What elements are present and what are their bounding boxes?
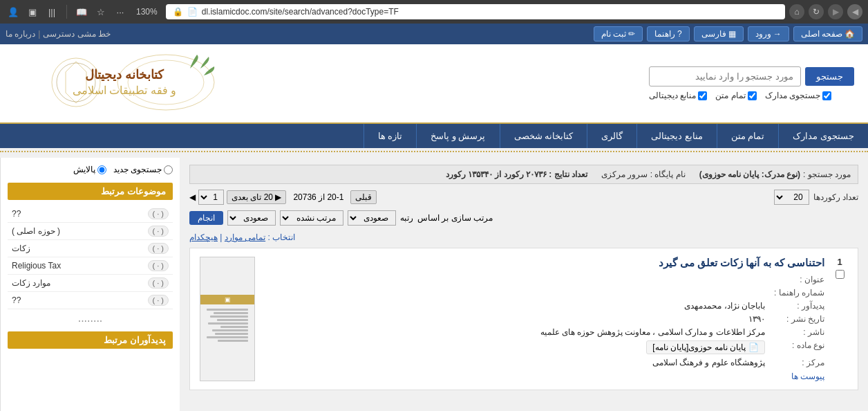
digital-resources-label: منابع دیجیتالی — [649, 91, 696, 100]
next-page-button[interactable]: ▶ 20 تای بعدی — [227, 190, 286, 204]
page-jump-select[interactable]: 1 — [198, 190, 224, 205]
search-area: جستجو جستجوی مدارک تمام متن منابع دیجیتا… — [649, 66, 854, 100]
doc-type-badge: 📄 پایان نامه حوزوی[پایان نامه] — [646, 340, 765, 354]
search-docs-checkbox[interactable] — [822, 91, 831, 100]
search-button[interactable]: جستجو — [805, 67, 854, 86]
filter-value-5: ?? — [12, 295, 21, 305]
search-docs-label: جستجوی مدارک — [765, 91, 820, 100]
pagination-nav: قبلی 20-1 از 20736 ▶ 20 تای بعدی 1 ◀ — [189, 190, 377, 205]
result-thumbnail: ▣ — [200, 257, 255, 381]
select-none-link[interactable]: هیچکدام — [189, 232, 218, 242]
search-input[interactable] — [649, 66, 801, 86]
filter-item-0[interactable]: ( · ) ?? — [8, 206, 173, 223]
filter-item-3[interactable]: ( · ) Religious Tax — [8, 257, 173, 275]
url-text: dl.islamicdoc.com/site/search/advanced?d… — [202, 7, 778, 17]
login-button[interactable]: → ورود — [748, 26, 789, 42]
sort-field-select[interactable]: صعودی — [348, 210, 396, 226]
refresh-button[interactable]: ↻ — [809, 4, 824, 19]
sort-apply-button[interactable]: انجام — [189, 211, 223, 225]
profile-icon[interactable]: 👤 — [6, 4, 21, 19]
search-options: جستجوی مدارک تمام متن منابع دیجیتالی — [649, 91, 831, 100]
nav-gallery[interactable]: گالری — [587, 124, 636, 148]
reader-view-icon[interactable]: 📖 — [74, 4, 89, 19]
date-field-value: ۱۳۹۰ — [262, 314, 765, 324]
result-checkbox[interactable] — [836, 270, 845, 279]
home-icon: 🏠 — [845, 29, 855, 39]
logo-svg: کتابخانه دیجیتال و فقه تطبیقات اسلامی — [14, 51, 221, 113]
accessibility-label: خط مشی دسترسی — [43, 29, 111, 39]
sort-row: مرتب سازی بر اساس رتبه صعودی مرتب نشده ص… — [189, 210, 858, 226]
nav-full-text[interactable]: تمام متن — [717, 124, 779, 148]
new-search-option[interactable]: جستجوی جدید — [113, 165, 173, 174]
nav-bar-left: خط مشی دسترسی | درباره ما — [6, 29, 111, 39]
filter-item-5[interactable]: ( · ) ?? — [8, 292, 173, 309]
home-nav-button[interactable]: 🏠 صفحه اصلی — [793, 26, 862, 42]
guide-button[interactable]: ? راهنما — [647, 26, 690, 42]
star-bookmark-icon[interactable]: ☆ — [93, 4, 108, 19]
nav-search-docs[interactable]: جستجوی مدارک — [778, 124, 868, 148]
related-section: پدیدآوران مرتبط — [8, 331, 173, 349]
new-search-radio[interactable] — [164, 165, 173, 174]
register-button[interactable]: ✏ ثبت نام — [594, 26, 643, 42]
more-dots: ........ — [8, 312, 173, 325]
filter-count-0: ( · ) — [148, 208, 169, 219]
digital-resources-checkbox[interactable] — [698, 91, 707, 100]
filter-count-1: ( · ) — [148, 226, 169, 237]
site-logo: کتابخانه دیجیتال و فقه تطبیقات اسلامی — [14, 51, 221, 116]
digital-resources-option[interactable]: منابع دیجیتالی — [649, 91, 707, 100]
filter-value-4: موارد زکات — [12, 278, 50, 288]
full-text-checkbox[interactable] — [748, 91, 757, 100]
doc-type-icon: 📄 — [748, 342, 759, 352]
result-title[interactable]: احتناسی که به آنها زکات تعلق می گیرد — [262, 257, 824, 269]
prev-page-button[interactable]: قبلی — [350, 190, 377, 204]
sort-order2-select[interactable]: صعودی — [227, 210, 276, 226]
thumb-line-8 — [215, 333, 248, 335]
filter-section: موضوعات مرتبط ( · ) ?? ( · ) ( حوزه اصلی… — [8, 183, 173, 325]
tab-grid-icon[interactable]: ▣ — [25, 4, 40, 19]
svg-point-0 — [117, 55, 214, 110]
thumb-header-text: ▣ — [225, 296, 231, 303]
center-field-label: مرکز : — [769, 358, 824, 367]
doc-type-value: پایان نامه حوزوی[پایان نامه] — [652, 342, 746, 352]
related-title: پدیدآوران مرتبط — [8, 331, 173, 349]
search-docs-option[interactable]: جستجوی مدارک — [765, 91, 831, 100]
home-browser-button[interactable]: ⌂ — [789, 4, 804, 19]
svg-point-4 — [52, 58, 100, 107]
nav-qa[interactable]: پرسش و پاسخ — [416, 124, 499, 148]
result-field-type: نوع ماده : 📄 پایان نامه حوزوی[پایان نامه… — [262, 340, 824, 354]
forward-button[interactable]: ▶ — [828, 4, 843, 19]
back-button[interactable]: ◀ — [847, 4, 862, 19]
thumb-line-1 — [207, 309, 248, 311]
more-options-button[interactable]: ··· — [113, 4, 128, 19]
sort-order1-select[interactable]: مرتب نشده — [280, 210, 343, 226]
result-field-author: پدیدآور : باباجان نژاد، محمدمهدی — [262, 301, 824, 311]
full-text-option[interactable]: تمام متن — [715, 91, 756, 100]
address-bar[interactable]: 🔒 📄 dl.islamicdoc.com/site/search/advanc… — [166, 4, 785, 19]
refine-option[interactable]: پالایش — [73, 165, 106, 174]
filter-value-2: زکات — [12, 244, 30, 253]
nav-digital-resources[interactable]: منابع دیجیتالی — [636, 124, 717, 148]
refine-radio[interactable] — [97, 165, 106, 174]
thumb-line-10 — [218, 340, 248, 342]
filter-value-0: ?? — [12, 209, 21, 219]
collections-icon[interactable]: ||| — [44, 4, 59, 19]
filter-item-1[interactable]: ( · ) ( حوزه اصلی ) — [8, 223, 173, 240]
language-button[interactable]: ▦ فارسی — [694, 26, 744, 42]
select-all-link[interactable]: تمامی موارد — [225, 232, 265, 242]
filter-item-2[interactable]: ( · ) زکات — [8, 240, 173, 257]
results-label: تعداد نتایج : ۲۰۷۳۶ رکورد از ۱۳۵۳۴۰ رکور… — [446, 170, 587, 179]
filter-item-4[interactable]: ( · ) موارد زکات — [8, 275, 173, 292]
nav-new[interactable]: تازه ها — [364, 124, 417, 148]
new-search-label: جستجوی جدید — [113, 165, 162, 174]
nav-personal-library[interactable]: کتابخانه شخصی — [500, 124, 587, 148]
search-type-row: جستجوی جدید پالایش — [8, 165, 173, 174]
svg-text:و فقه تطبیقات اسلامی: و فقه تطبیقات اسلامی — [73, 84, 176, 97]
records-per-page-select[interactable]: 20 50 100 — [774, 190, 809, 205]
question-icon: ? — [677, 29, 682, 39]
filter-count-5: ( · ) — [148, 295, 169, 306]
db-label: نام پایگاه : سرور مرکزی — [601, 170, 686, 179]
attachments-label[interactable]: پیوست ها — [262, 372, 824, 381]
zoom-label: 130% — [132, 7, 162, 17]
search-info-bar: مورد جستجو : (نوع مدرک: پایان نامه حوزوی… — [189, 165, 858, 184]
type-field-label: نوع ماده : — [769, 340, 824, 350]
